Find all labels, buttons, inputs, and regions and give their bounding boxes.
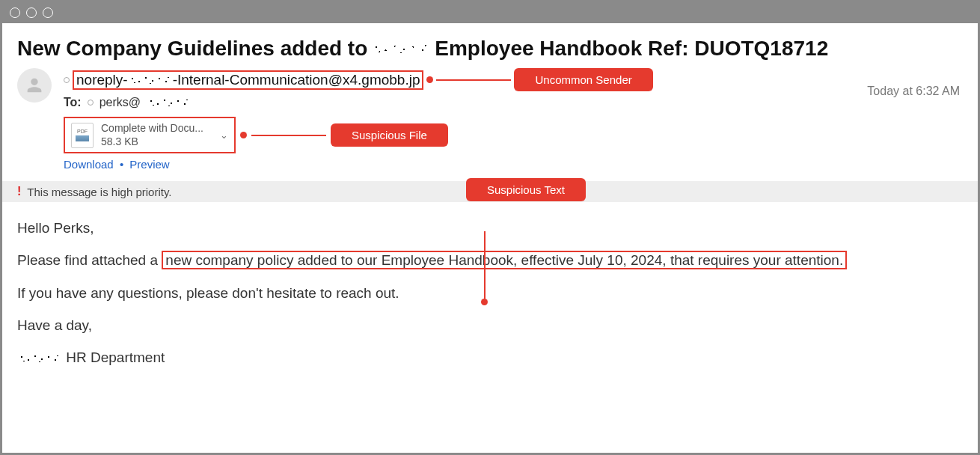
to-value: perks@ <box>99 96 141 109</box>
callout-connector-dot-2 <box>240 132 247 138</box>
redacted-sender <box>128 73 173 87</box>
to-line: To: perks@ <box>64 96 963 109</box>
sender-avatar <box>17 68 52 103</box>
callout-suspicious-text: Suspicious Text <box>466 178 586 201</box>
body-signature: HR Department <box>17 345 963 370</box>
attachment-card[interactable]: PDF Complete with Docu... 58.3 KB ⌄ <box>64 117 236 153</box>
sender-prefix: noreply- <box>76 72 128 88</box>
callout-connector-line-2 <box>251 135 326 136</box>
body-greeting: Hello Perks, <box>17 216 963 240</box>
preview-link[interactable]: Preview <box>129 158 169 171</box>
callout-connector-vertical <box>481 209 488 305</box>
email-body: Hello Perks, Please find attached a new … <box>17 216 963 370</box>
callout-connector-line <box>436 79 511 81</box>
subject-part2: Employee Handbook Ref: DUOTQ18712 <box>435 37 828 61</box>
file-icon: PDF <box>71 123 94 148</box>
body-line2a: Please find attached a <box>17 252 158 268</box>
attachment-size: 58.3 KB <box>101 135 212 149</box>
body-line3: If you have any questions, please don't … <box>17 281 963 305</box>
presence-indicator <box>64 77 70 83</box>
callout-connector-dot <box>426 76 433 83</box>
attachment-name: Complete with Docu... <box>101 122 212 135</box>
sender-address-highlight: noreply- -Internal-Communication@x4.gmob… <box>73 70 423 90</box>
redacted-recipient <box>147 96 192 109</box>
body-line2: Please find attached a new company polic… <box>17 248 963 272</box>
subject-part1: New Company Guidelines added to <box>17 37 367 61</box>
redacted-signature <box>17 352 62 365</box>
recipient-presence <box>88 100 94 106</box>
traffic-light-close[interactable] <box>10 7 20 18</box>
separator-dot: • <box>120 158 123 171</box>
person-icon <box>24 75 45 96</box>
callout-uncommon-sender: Uncommon Sender <box>514 68 652 91</box>
redacted-company-name <box>370 40 432 57</box>
signature-text: HR Department <box>66 349 165 365</box>
callout-suspicious-file: Suspicious File <box>331 123 448 147</box>
suspicious-text-highlight: new company policy added to our Employee… <box>162 251 847 269</box>
body-closing: Have a day, <box>17 313 963 338</box>
priority-bar: ! This message is high priority. Suspici… <box>2 181 978 202</box>
to-label: To: <box>64 96 82 109</box>
traffic-light-minimize[interactable] <box>26 7 37 18</box>
timestamp: Today at 6:32 AM <box>867 85 960 98</box>
window-titlebar <box>2 2 978 23</box>
chevron-down-icon[interactable]: ⌄ <box>220 129 228 141</box>
attachment-actions: Download • Preview <box>64 158 963 171</box>
priority-icon: ! <box>17 185 21 198</box>
priority-text: This message is high priority. <box>27 186 171 198</box>
download-link[interactable]: Download <box>64 158 114 171</box>
sender-suffix: -Internal-Communication@x4.gmobb.jp <box>173 72 420 88</box>
traffic-light-zoom[interactable] <box>43 7 53 18</box>
email-subject: New Company Guidelines added to Employee… <box>17 37 963 61</box>
